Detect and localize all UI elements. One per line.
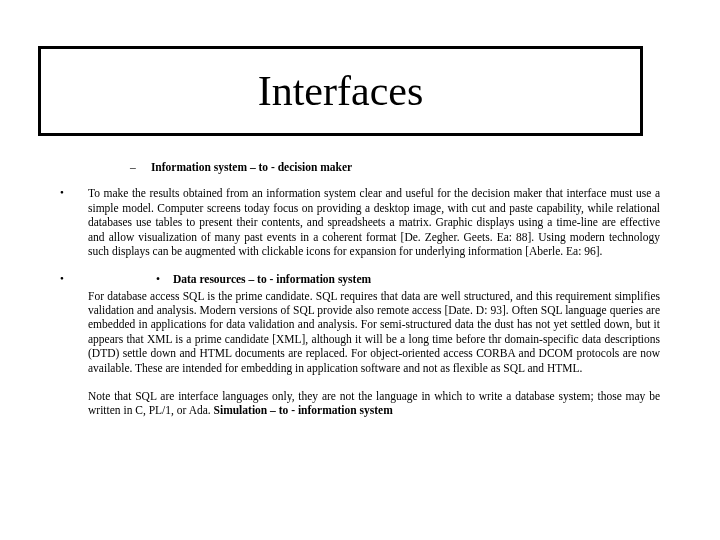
dash-bullet: – <box>130 160 148 174</box>
dot-bullet: • <box>156 272 170 286</box>
paragraph-2: For database access SQL is the prime can… <box>88 289 660 375</box>
bullet-item-2: • • Data resources – to - information sy… <box>60 272 660 375</box>
page-title: Interfaces <box>41 67 640 115</box>
bullet-dot: • <box>60 272 88 375</box>
paragraph-1: To make the results obtained from an inf… <box>88 186 660 258</box>
bullet-item-1: • To make the results obtained from an i… <box>60 186 660 258</box>
content-area: – Information system – to - decision mak… <box>60 160 660 418</box>
note-bold: Simulation – to - information system <box>214 404 393 416</box>
bullet-dot: • <box>60 186 88 258</box>
subheading-2: • Data resources – to - information syst… <box>156 272 660 286</box>
subheading-1-label: Information system – to - decision maker <box>151 161 352 173</box>
title-frame: Interfaces <box>38 46 643 136</box>
note-paragraph: Note that SQL are interface languages on… <box>88 389 660 418</box>
subheading-1: – Information system – to - decision mak… <box>130 160 660 174</box>
subheading-2-label: Data resources – to - information system <box>173 273 371 285</box>
